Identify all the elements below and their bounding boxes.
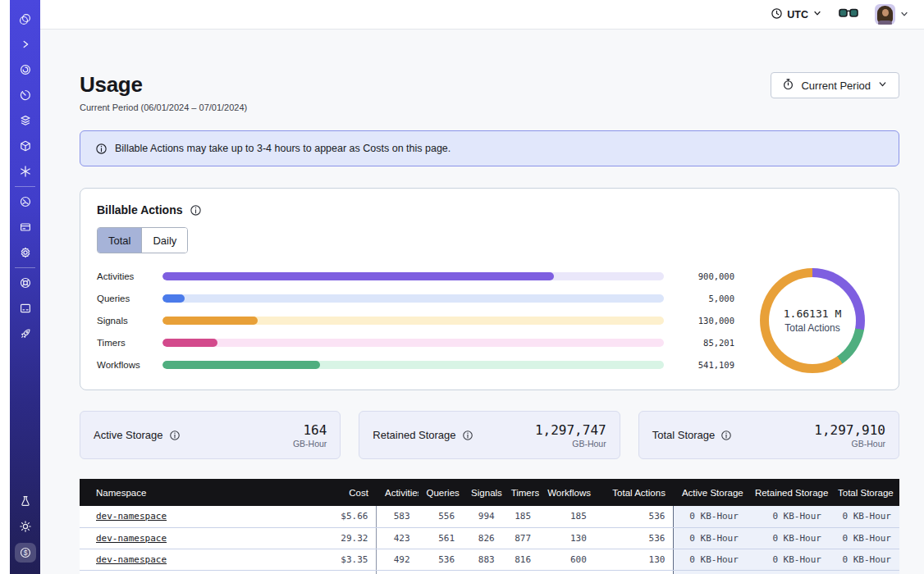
- dollar-coin-icon[interactable]: $: [15, 543, 36, 563]
- bar-track: [162, 272, 664, 280]
- cell-timers: 185: [503, 506, 539, 527]
- svg-text:$: $: [23, 549, 27, 557]
- bar-track: [162, 317, 664, 325]
- info-icon[interactable]: [169, 430, 181, 441]
- cell-total-storage: 0 KB-Hour: [830, 527, 899, 549]
- sidebar-expand-chevron-icon[interactable]: [15, 35, 36, 53]
- bar-track: [162, 339, 664, 347]
- bar-fill: [162, 294, 185, 303]
- stopwatch-icon: [782, 78, 794, 93]
- info-icon[interactable]: [190, 204, 202, 216]
- bar-row-queries: Queries 5,000: [97, 294, 734, 303]
- stat-value: 1,297,747: [535, 422, 606, 438]
- period-selector-button[interactable]: Current Period: [771, 72, 899, 98]
- gear-icon[interactable]: [15, 244, 36, 262]
- cell-activities: 492: [377, 549, 419, 570]
- bar-row-activities: Activities 900,000: [97, 272, 734, 280]
- namespace-link[interactable]: dev-namespace: [96, 511, 167, 522]
- cell-total-actions: 536: [595, 527, 674, 549]
- cell-queries: 536: [419, 549, 464, 570]
- bar-fill: [162, 317, 258, 325]
- bar-fill: [162, 272, 554, 280]
- bar-track: [162, 361, 664, 369]
- credit-card-icon[interactable]: [15, 218, 36, 236]
- reader-glasses-button[interactable]: [839, 7, 858, 22]
- account-menu[interactable]: [875, 4, 909, 25]
- col-retained-storage: Retained Storage: [747, 479, 830, 506]
- history-clock-icon[interactable]: [15, 86, 36, 104]
- cell-active-storage: 0 KB-Hour: [674, 527, 747, 549]
- banner-text: Billable Actions may take up to 3-4 hour…: [115, 143, 451, 154]
- stat-label: Active Storage: [94, 429, 163, 441]
- temporal-logo-icon[interactable]: [15, 10, 36, 28]
- billable-actions-card: Billable Actions Total Daily Activities: [80, 188, 899, 390]
- cell-workflows: 600: [539, 549, 595, 570]
- bar-label: Workflows: [97, 360, 151, 370]
- bar-fill: [162, 339, 217, 347]
- timezone-label: UTC: [787, 9, 808, 20]
- table-row: dev-namespace $5.66 583 556 994 185 185 …: [80, 506, 899, 527]
- cell-retained-storage: 0 KB-Hour: [747, 506, 830, 527]
- namespace-usage-table: Namespace Cost Activities Queries Signal…: [80, 479, 899, 574]
- table-row: dev-namespace 29.32 423 561 826 877 130 …: [80, 527, 899, 549]
- sidebar-divider: [15, 267, 35, 268]
- flask-icon[interactable]: [15, 492, 36, 510]
- col-namespace: Namespace: [80, 479, 294, 506]
- cell-signals: 994: [463, 506, 503, 527]
- bar-row-signals: Signals 130,000: [97, 317, 734, 325]
- namespace-link[interactable]: dev-namespace: [96, 554, 167, 565]
- topbar: UTC: [40, 0, 924, 30]
- donut-chart-wrap: 1.66131 M Total Actions: [743, 268, 882, 373]
- cell-workflows: 130: [539, 527, 595, 549]
- bar-track: [162, 294, 664, 303]
- layers-icon[interactable]: [15, 112, 36, 130]
- col-timers: Timers: [503, 479, 539, 506]
- bar-row-workflows: Workflows 541,109: [97, 361, 734, 369]
- bar-value: 5,000: [675, 294, 734, 303]
- col-total-actions: Total Actions: [595, 479, 674, 506]
- cell-activities: 583: [377, 506, 419, 527]
- col-queries: Queries: [419, 479, 464, 506]
- stat-unit: GB-Hour: [814, 439, 885, 449]
- cell-retained-storage: 0 KB-Hour: [747, 527, 830, 549]
- stat-label: Retained Storage: [373, 429, 455, 441]
- sidebar-divider: [15, 186, 35, 187]
- asterisk-icon[interactable]: [15, 162, 36, 180]
- cell-active-storage: 0 KB-Hour: [674, 549, 747, 570]
- cell-timers: 877: [503, 527, 539, 549]
- cell-cost: 29.32: [294, 527, 377, 549]
- bar-value: 900,000: [675, 271, 734, 281]
- glasses-icon: [839, 7, 858, 22]
- cell-signals: 826: [463, 527, 503, 549]
- timezone-selector[interactable]: UTC: [771, 7, 822, 22]
- namespaces-spiral-icon[interactable]: [15, 61, 36, 79]
- tab-total[interactable]: Total: [98, 228, 141, 253]
- cell-workflows: 185: [539, 506, 595, 527]
- rocket-icon[interactable]: [15, 325, 36, 343]
- chevron-down-icon: [899, 7, 909, 22]
- sun-icon[interactable]: [15, 517, 36, 535]
- bar-value: 85,201: [675, 338, 734, 348]
- terminal-icon[interactable]: [15, 299, 36, 317]
- donut-total-value: 1.66131 M: [784, 308, 841, 320]
- namespace-link[interactable]: dev-namespace: [96, 533, 167, 544]
- col-signals: Signals: [463, 479, 503, 506]
- col-active-storage: Active Storage: [674, 479, 747, 506]
- bar-fill: [162, 361, 320, 369]
- lifebuoy-icon[interactable]: [15, 274, 36, 292]
- tab-daily[interactable]: Daily: [141, 228, 187, 253]
- billable-actions-title: Billable Actions: [97, 203, 183, 216]
- billable-view-tabs: Total Daily: [97, 227, 188, 253]
- cell-active-storage: 0 KB-Hour: [674, 506, 747, 527]
- cube-icon[interactable]: [15, 137, 36, 155]
- info-icon[interactable]: [720, 430, 732, 441]
- info-banner: Billable Actions may take up to 3-4 hour…: [80, 130, 899, 166]
- cell-queries: 556: [419, 506, 464, 527]
- col-total-storage: Total Storage: [830, 479, 899, 506]
- gauge-icon[interactable]: [15, 193, 36, 211]
- bar-value: 130,000: [675, 316, 734, 326]
- bar-label: Timers: [97, 338, 151, 348]
- storage-stats-row: Active Storage 164 GB-Hour Retained Stor…: [80, 411, 899, 459]
- cell-queries: 561: [419, 527, 464, 549]
- info-icon[interactable]: [462, 430, 473, 441]
